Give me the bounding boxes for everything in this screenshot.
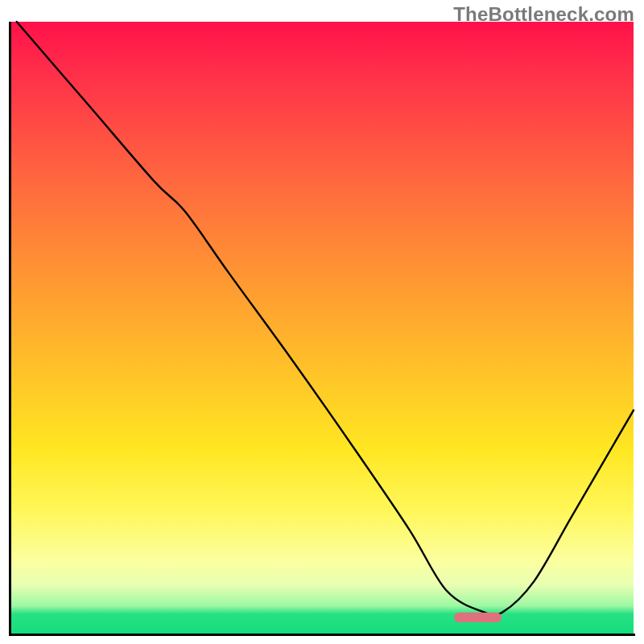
bottleneck-curve xyxy=(10,22,634,634)
chart-stage: TheBottleneck.com xyxy=(0,0,644,644)
axis-x xyxy=(9,634,635,636)
optimal-region-marker xyxy=(454,613,502,622)
